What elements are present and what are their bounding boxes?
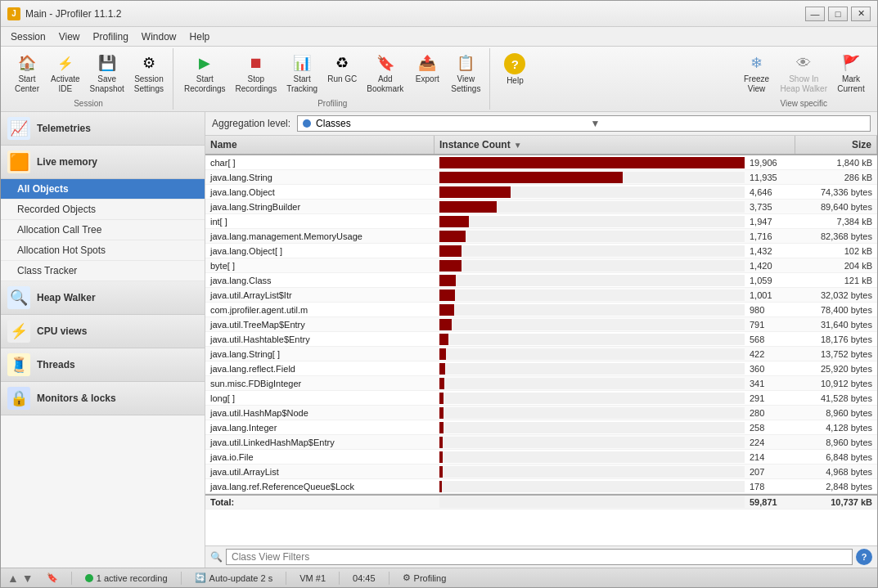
mark-current-button[interactable]: 🚩 MarkCurrent (833, 50, 869, 97)
status-divider-5 (389, 572, 389, 585)
toolbar-group-view-specific: ❄ FreezeView 👁 Show InHeap Walker 🚩 Mark… (734, 48, 874, 110)
view-settings-button[interactable]: 📋 ViewSettings (447, 50, 484, 97)
export-button[interactable]: 📤 Export (409, 50, 445, 97)
count-bar-container (439, 245, 745, 257)
sidebar-header-live-memory[interactable]: 🟧 Live memory (1, 146, 205, 179)
count-value: 1,947 (750, 217, 790, 227)
start-recordings-button[interactable]: ▶ StartRecordings (180, 50, 230, 97)
count-bar (439, 422, 444, 433)
run-gc-button[interactable]: ♻ Run GC (323, 50, 361, 97)
menu-window[interactable]: Window (135, 29, 183, 44)
filter-input[interactable] (226, 549, 853, 565)
count-bar-container (439, 407, 745, 419)
table-row: long[ ] 291 41,528 bytes (205, 391, 877, 406)
count-bar-container (439, 216, 745, 227)
nav-arrows: ▲ ▼ (7, 572, 34, 585)
start-tracking-label: StartTracking (286, 74, 317, 94)
count-value: 1,420 (750, 261, 790, 271)
cell-count: 1,059 (434, 274, 795, 287)
help-button[interactable]: ? Help (497, 50, 533, 89)
cell-count: 1,001 (434, 289, 795, 302)
auto-update-icon: 🔄 (195, 572, 206, 583)
heap-walker-label: Heap Walker (37, 292, 96, 303)
menu-profiling[interactable]: Profiling (87, 29, 135, 44)
sidebar-item-class-tracker[interactable]: Class Tracker (1, 261, 205, 281)
sidebar-item-allocation-hot-spots[interactable]: Allocation Hot Spots (1, 240, 205, 261)
session-buttons: 🏠 StartCenter ⚡ ActivateIDE 💾 SaveSnapsh… (9, 50, 168, 97)
stop-recordings-button[interactable]: ⏹ StopRecordings (232, 50, 281, 97)
table-row: java.util.Hashtable$Entry 568 18,176 byt… (205, 332, 877, 347)
sidebar-header-threads[interactable]: 🧵 Threads (1, 348, 205, 382)
activate-ide-button[interactable]: ⚡ ActivateIDE (47, 50, 84, 97)
sidebar: 📈 Telemetries 🟧 Live memory All Objects … (1, 112, 205, 568)
auto-update-status: 🔄 Auto-update 2 s (195, 572, 273, 583)
count-bar (439, 363, 445, 375)
sidebar-header-monitors-locks[interactable]: 🔒 Monitors & locks (1, 382, 205, 415)
filter-help-button[interactable]: ? (856, 549, 872, 565)
cell-size: 18,176 bytes (795, 334, 877, 345)
cell-count: 207 (434, 465, 795, 478)
recording-status: 1 active recording (85, 573, 168, 583)
view-settings-label: ViewSettings (451, 74, 480, 94)
total-label: Total: (205, 496, 434, 508)
start-center-button[interactable]: 🏠 StartCenter (9, 50, 45, 97)
sort-desc-icon: ▼ (514, 141, 522, 150)
start-tracking-button[interactable]: 📊 StartTracking (282, 50, 322, 97)
cell-size: 6,848 bytes (795, 451, 877, 463)
show-in-heap-walker-label: Show InHeap Walker (781, 74, 827, 94)
table-row: java.util.TreeMap$Entry 791 31,640 bytes (205, 317, 877, 332)
sidebar-header-heap-walker[interactable]: 🔍 Heap Walker (1, 281, 205, 315)
add-bookmark-button[interactable]: 🔖 AddBookmark (362, 50, 407, 97)
filter-bar: 🔍 ? (205, 545, 877, 568)
cell-count: 1,716 (434, 230, 795, 243)
session-settings-label: SessionSettings (134, 74, 164, 94)
maximize-button[interactable]: □ (828, 7, 848, 21)
cell-count: 422 (434, 348, 795, 361)
count-value: 1,432 (750, 246, 790, 256)
session-settings-button[interactable]: ⚙ SessionSettings (130, 50, 168, 97)
auto-update-text: Auto-update 2 s (209, 573, 273, 583)
count-value: 980 (750, 305, 790, 315)
count-value: 214 (750, 452, 790, 462)
header-count[interactable]: Instance Count ▼ (434, 136, 795, 154)
freeze-view-button[interactable]: ❄ FreezeView (739, 50, 775, 97)
profiling-buttons: ▶ StartRecordings ⏹ StopRecordings 📊 Sta… (180, 50, 484, 97)
sidebar-header-telemetries[interactable]: 📈 Telemetries (1, 112, 205, 146)
nav-down-icon[interactable]: ▼ (22, 572, 34, 585)
close-button[interactable]: ✕ (851, 7, 871, 21)
toolbar-group-profiling: ▶ StartRecordings ⏹ StopRecordings 📊 Sta… (175, 48, 490, 110)
aggregation-value: Classes (316, 118, 590, 129)
header-size[interactable]: Size (795, 136, 877, 154)
menu-session[interactable]: Session (4, 29, 52, 44)
status-divider-1 (71, 572, 72, 585)
table-row: java.io.File 214 6,848 bytes (205, 450, 877, 465)
sidebar-header-cpu-views[interactable]: ⚡ CPU views (1, 315, 205, 348)
header-name[interactable]: Name (205, 136, 434, 154)
cell-size: 204 kB (795, 260, 877, 272)
nav-up-icon[interactable]: ▲ (7, 572, 19, 585)
count-bar (439, 378, 444, 389)
count-value: 178 (750, 482, 790, 491)
session-settings-icon: ⚙ (139, 53, 159, 73)
save-snapshot-button[interactable]: 💾 SaveSnapshot (86, 50, 128, 97)
menu-view[interactable]: View (52, 29, 87, 44)
table-row: java.lang.String[ ] 422 13,752 bytes (205, 347, 877, 361)
sidebar-item-recorded-objects[interactable]: Recorded Objects (1, 200, 205, 220)
menu-help[interactable]: Help (183, 29, 217, 44)
count-bar-container (439, 451, 745, 463)
count-bar (439, 186, 511, 198)
telemetries-label: Telemetries (37, 123, 91, 134)
aggregation-select[interactable]: Classes ▼ (297, 115, 871, 132)
sidebar-item-all-objects[interactable]: All Objects (1, 179, 205, 200)
cell-size: 8,960 bytes (795, 437, 877, 448)
minimize-button[interactable]: — (805, 7, 825, 21)
count-value: 258 (750, 423, 790, 433)
sidebar-item-allocation-call-tree[interactable]: Allocation Call Tree (1, 220, 205, 240)
cell-count: 791 (434, 318, 795, 331)
start-recordings-label: StartRecordings (184, 74, 226, 94)
stop-recordings-icon: ⏹ (246, 53, 266, 73)
count-bar (439, 201, 497, 213)
count-bar (439, 451, 443, 463)
count-bar (439, 216, 469, 227)
sidebar-section-threads: 🧵 Threads (1, 348, 205, 382)
